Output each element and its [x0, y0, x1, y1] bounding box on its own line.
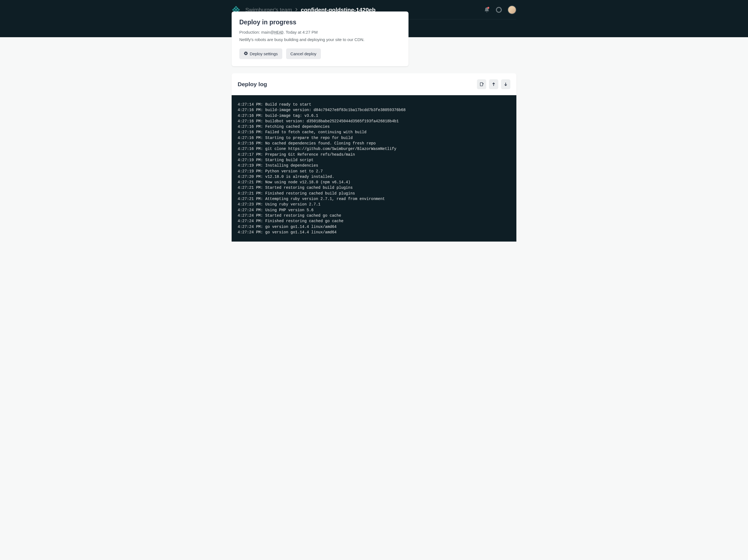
notification-dot — [487, 7, 489, 9]
deploy-progress-card: Deploy in progress Production: main@HEAD… — [232, 11, 408, 66]
deploy-log-title: Deploy log — [238, 81, 267, 88]
log-line: 4:27:19 PM: Installing dependencies — [238, 163, 510, 168]
log-line: 4:27:24 PM: Started restoring cached go … — [238, 213, 510, 218]
deploy-status-title: Deploy in progress — [239, 19, 401, 26]
scroll-top-button[interactable] — [489, 79, 498, 89]
log-line: 4:27:21 PM: Finished restoring cached bu… — [238, 191, 510, 196]
log-line: 4:27:24 PM: go version go1.14.4 linux/am… — [238, 224, 510, 229]
copy-log-button[interactable] — [477, 79, 486, 89]
log-line: 4:27:17 PM: Preparing Git Reference refs… — [238, 152, 510, 157]
arrow-up-icon — [492, 82, 495, 86]
log-line: 4:27:24 PM: go version go1.14.4 linux/am… — [238, 229, 510, 235]
log-line: 4:27:21 PM: Started restoring cached bui… — [238, 185, 510, 190]
log-line: 4:27:16 PM: buildbot version: d35018babe… — [238, 119, 510, 124]
log-line: 4:27:21 PM: Attempting ruby version 2.7.… — [238, 196, 510, 202]
deploy-meta: Production: main@HEAD. Today at 4:27 PM — [239, 30, 401, 34]
log-line: 4:27:24 PM: Using PHP version 5.6 — [238, 208, 510, 213]
log-line: 4:27:16 PM: git clone https://github.com… — [238, 146, 510, 151]
clipboard-icon — [480, 82, 484, 87]
gear-icon — [244, 51, 248, 56]
deploy-time: Today at 4:27 PM — [286, 30, 318, 34]
log-line: 4:27:19 PM: Starting build script — [238, 157, 510, 163]
log-body[interactable]: 4:27:14 PM: Build ready to start4:27:16 … — [232, 95, 516, 242]
svg-rect-7 — [480, 82, 483, 86]
log-line: 4:27:16 PM: build-image version: d84c794… — [238, 107, 510, 113]
svg-point-6 — [498, 9, 500, 11]
log-line: 4:27:16 PM: Fetching cached dependencies — [238, 124, 510, 129]
log-line: 4:27:24 PM: Finished restoring cached go… — [238, 218, 510, 224]
arrow-down-icon — [504, 82, 507, 86]
git-ref[interactable]: HEAD — [274, 30, 284, 34]
log-line: 4:27:23 PM: Using ruby version 2.7.1 — [238, 202, 510, 207]
cancel-deploy-button[interactable]: Cancel deploy — [286, 48, 321, 59]
log-line: 4:27:20 PM: v12.18.0 is already installe… — [238, 174, 510, 179]
deploy-description: Netlify's robots are busy building and d… — [239, 37, 401, 42]
log-line: 4:27:16 PM: No cached dependencies found… — [238, 141, 510, 146]
log-line: 4:27:16 PM: Failed to fetch cache, conti… — [238, 129, 510, 135]
log-line: 4:27:14 PM: Build ready to start — [238, 102, 510, 107]
deploy-settings-button[interactable]: Deploy settings — [239, 48, 282, 59]
scroll-bottom-button[interactable] — [501, 79, 510, 89]
log-line: 4:27:19 PM: Python version set to 2.7 — [238, 169, 510, 174]
log-line: 4:27:16 PM: build-image tag: v3.6.1 — [238, 113, 510, 119]
log-line: 4:27:21 PM: Now using node v12.18.0 (npm… — [238, 179, 510, 185]
deploy-log-card: Deploy log — [232, 73, 516, 242]
log-line: 4:27:16 PM: Starting to prepare the repo… — [238, 135, 510, 141]
